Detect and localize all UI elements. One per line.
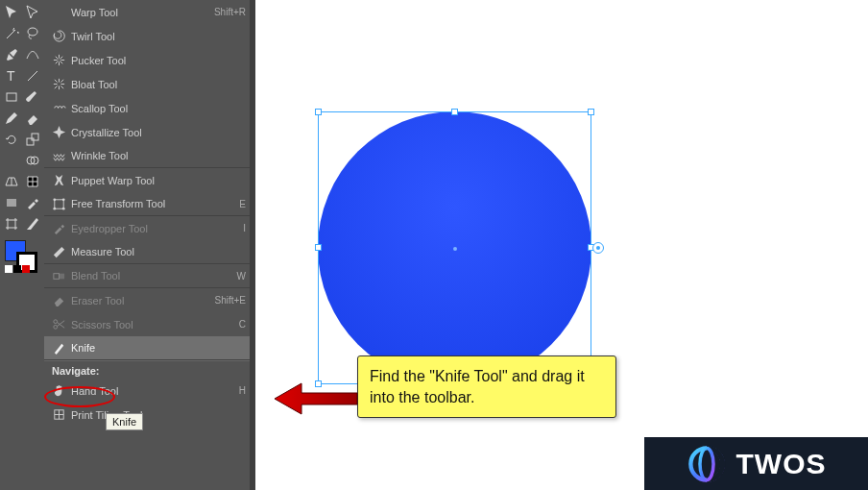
scissors-icon — [48, 317, 69, 331]
tool-list: Warp ToolShift+RTwirl ToolPucker ToolBlo… — [44, 0, 255, 360]
tool-label: Pucker Tool — [69, 55, 246, 66]
tool-shortcut: E — [239, 199, 246, 209]
tool-item-knife[interactable]: Knife — [44, 336, 255, 360]
eyedropper-tool-icon[interactable] — [22, 192, 43, 213]
lasso-tool-icon[interactable] — [22, 23, 43, 44]
shape-builder-tool-icon[interactable] — [22, 150, 43, 171]
svg-rect-5 — [32, 134, 38, 140]
tool-shortcut: W — [237, 271, 246, 282]
scale-tool-icon[interactable] — [22, 129, 43, 150]
tool-item-puppet-warp-tool[interactable]: Puppet Warp Tool — [44, 168, 255, 192]
svg-rect-4 — [27, 138, 34, 145]
svg-rect-9 — [8, 220, 15, 228]
tool-label: Free Transform Tool — [69, 198, 239, 209]
puppet-icon — [48, 173, 69, 187]
svg-point-18 — [53, 325, 57, 329]
tool-item-bloat-tool[interactable]: Bloat Tool — [44, 72, 255, 96]
eraser-tool-icon[interactable] — [22, 108, 43, 129]
slice-tool-icon[interactable] — [22, 213, 43, 234]
svg-point-13 — [53, 207, 56, 209]
tool-label: Print Tiling Tool — [69, 409, 246, 421]
tool-item-scissors-tool[interactable]: Scissors ToolC — [44, 312, 255, 336]
tool-label: Scallop Tool — [69, 103, 246, 114]
gradient-tool-icon[interactable] — [1, 192, 22, 213]
tool-label: Wrinkle Tool — [69, 150, 246, 161]
perspective-tool-icon[interactable] — [1, 171, 22, 192]
pen-tool-icon[interactable] — [1, 44, 22, 65]
resize-handle[interactable] — [451, 109, 458, 115]
direct-select-tool-icon[interactable] — [22, 2, 43, 23]
svg-point-11 — [53, 198, 56, 201]
tool-item-wrinkle-tool[interactable]: Wrinkle Tool — [44, 144, 255, 168]
main-toolbar: T — [0, 0, 44, 490]
svg-line-2 — [28, 71, 37, 81]
line-tool-icon[interactable] — [22, 65, 43, 86]
tool-shortcut: C — [239, 319, 246, 330]
navigate-section-label: Navigate: — [44, 360, 255, 379]
magic-wand-tool-icon[interactable] — [1, 23, 22, 44]
eraser-icon — [48, 293, 69, 307]
artboard-tool-icon[interactable] — [1, 213, 22, 234]
crystallize-icon — [48, 125, 69, 139]
tool-label: Warp Tool — [69, 7, 214, 18]
tool-label: Knife — [69, 342, 246, 354]
svg-point-21 — [700, 448, 713, 479]
tool-label: Blend Tool — [69, 270, 237, 282]
svg-rect-16 — [59, 273, 64, 279]
tool-item-free-transform-tool[interactable]: Free Transform ToolE — [44, 192, 255, 216]
paintbrush-tool-icon[interactable] — [22, 86, 43, 108]
annotation-arrow-icon — [273, 380, 359, 418]
center-indicator — [453, 247, 457, 251]
measure-icon — [48, 245, 69, 259]
scallop-icon — [48, 101, 69, 115]
tool-label: Scissors Tool — [69, 319, 239, 331]
svg-rect-10 — [54, 199, 62, 208]
tool-item-blend-tool[interactable]: Blend ToolW — [44, 264, 255, 288]
svg-rect-15 — [53, 273, 59, 279]
resize-handle[interactable] — [588, 109, 594, 115]
navigate-tool-list: Hand ToolHPrint Tiling Tool — [44, 379, 255, 427]
twos-logo-icon — [687, 444, 727, 484]
tool-item-pucker-tool[interactable]: Pucker Tool — [44, 48, 255, 72]
twirl-icon — [48, 29, 69, 43]
tool-shortcut: Shift+E — [214, 295, 246, 306]
tool-item-eraser-tool[interactable]: Eraser ToolShift+E — [44, 288, 255, 312]
svg-text:T: T — [7, 68, 15, 84]
tool-item-warp-tool[interactable]: Warp ToolShift+R — [44, 0, 255, 24]
knife-icon — [48, 341, 69, 355]
print-tiling-icon — [48, 407, 69, 422]
tool-item-twirl-tool[interactable]: Twirl Tool — [44, 24, 255, 48]
blend-icon — [48, 269, 69, 283]
type-tool-icon[interactable]: T — [1, 65, 22, 86]
tool-shortcut: Shift+R — [214, 7, 246, 17]
tooltip: Knife — [106, 413, 143, 430]
bloat-icon — [48, 77, 69, 91]
pencil-tool-icon[interactable] — [1, 108, 22, 129]
wrinkle-icon — [48, 149, 69, 163]
tool-label: Hand Tool — [69, 385, 239, 397]
selection-tool-icon[interactable] — [1, 2, 22, 23]
tool-item-crystallize-tool[interactable]: Crystallize Tool — [44, 120, 255, 144]
tool-item-hand-tool[interactable]: Hand ToolH — [44, 379, 255, 403]
tool-item-measure-tool[interactable]: Measure Tool — [44, 240, 255, 264]
resize-handle[interactable] — [315, 109, 322, 115]
brand-name: TWOS — [736, 448, 827, 480]
tool-item-print-tiling-tool[interactable]: Print Tiling Tool — [44, 403, 255, 427]
resize-handle[interactable] — [315, 244, 322, 251]
pucker-icon — [48, 53, 69, 67]
tool-item-scallop-tool[interactable]: Scallop Tool — [44, 96, 255, 120]
tool-label: Bloat Tool — [69, 79, 246, 90]
eyedropper-icon — [48, 221, 69, 235]
rotate-tool-icon[interactable] — [1, 129, 22, 150]
mesh-tool-icon[interactable] — [22, 171, 43, 192]
tool-label: Eraser Tool — [69, 295, 214, 306]
curvature-tool-icon[interactable] — [22, 44, 43, 65]
width-tool-icon[interactable] — [1, 150, 22, 171]
tool-label: Twirl Tool — [69, 31, 246, 42]
svg-point-17 — [53, 320, 57, 324]
fill-stroke-swatch[interactable] — [3, 240, 41, 273]
rectangle-tool-icon[interactable] — [1, 86, 22, 108]
edge-anchor-widget[interactable] — [592, 242, 604, 254]
tool-label: Puppet Warp Tool — [69, 175, 246, 186]
tool-item-eyedropper-tool[interactable]: Eyedropper ToolI — [44, 216, 255, 240]
